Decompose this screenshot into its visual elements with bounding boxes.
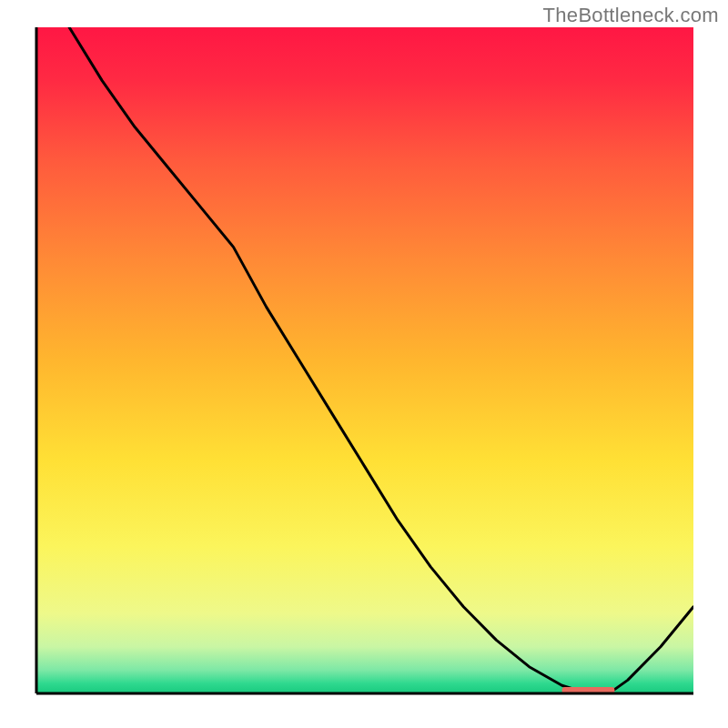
bottleneck-chart [0,0,728,728]
watermark-text: TheBottleneck.com [543,4,719,27]
